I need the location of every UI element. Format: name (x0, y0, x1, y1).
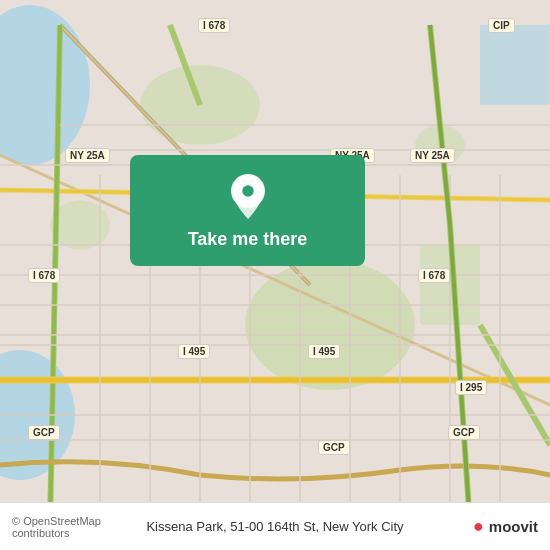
road-label-i495-left: I 495 (178, 344, 210, 359)
road-label-i495-right: I 495 (308, 344, 340, 359)
copyright-text: © OpenStreetMap contributors (12, 515, 144, 539)
svg-point-40 (241, 184, 255, 198)
bottom-bar: © OpenStreetMap contributors Kissena Par… (0, 502, 550, 550)
road-label-i678-top: I 678 (198, 18, 230, 33)
location-text: Kissena Park, 51-00 164th St, New York C… (144, 519, 407, 534)
take-me-there-button[interactable]: Take me there (188, 229, 308, 250)
map-background (0, 0, 550, 550)
map-container: I 678 NY 25A NY 25A NY 25A I 678 I 678 I… (0, 0, 550, 550)
svg-rect-3 (480, 25, 550, 105)
road-label-i678-left: I 678 (28, 268, 60, 283)
road-label-gcp-right: GCP (448, 425, 480, 440)
map-pin-icon (229, 173, 267, 221)
road-label-ny25a-right: NY 25A (410, 148, 455, 163)
moovit-logo: ● moovit (407, 516, 539, 537)
road-label-cip: CIP (488, 18, 515, 33)
moovit-logo-text: ● moovit (473, 516, 538, 537)
road-label-i295: I 295 (455, 380, 487, 395)
road-label-gcp-mid: GCP (318, 440, 350, 455)
road-label-ny25a-left: NY 25A (65, 148, 110, 163)
take-me-there-container: Take me there (130, 155, 365, 266)
road-label-gcp-left: GCP (28, 425, 60, 440)
road-label-i678-right: I 678 (418, 268, 450, 283)
